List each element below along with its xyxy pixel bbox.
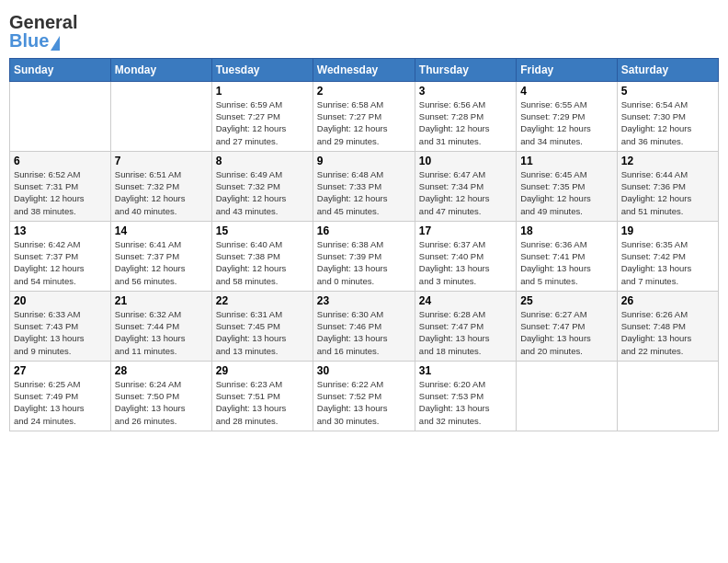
calendar-cell: 9Sunrise: 6:48 AM Sunset: 7:33 PM Daylig… [313,151,415,221]
logo-general: General [9,12,77,32]
day-number: 16 [317,224,411,237]
calendar-cell: 7Sunrise: 6:51 AM Sunset: 7:32 PM Daylig… [110,151,211,221]
day-header-tuesday: Tuesday [211,58,313,81]
calendar-cell: 16Sunrise: 6:38 AM Sunset: 7:39 PM Dayli… [313,221,415,291]
day-info: Sunrise: 6:40 AM Sunset: 7:38 PM Dayligh… [216,238,309,287]
day-number: 26 [621,294,714,307]
day-number: 8 [216,155,309,167]
day-number: 18 [520,224,612,237]
calendar-cell [10,81,111,151]
day-info: Sunrise: 6:30 AM Sunset: 7:46 PM Dayligh… [317,308,411,357]
day-number: 25 [520,294,612,307]
day-info: Sunrise: 6:26 AM Sunset: 7:48 PM Dayligh… [621,308,714,357]
day-info: Sunrise: 6:59 AM Sunset: 7:27 PM Dayligh… [216,98,309,147]
calendar-cell: 18Sunrise: 6:36 AM Sunset: 7:41 PM Dayli… [517,221,617,291]
logo-blue: Blue [9,30,49,51]
day-number: 5 [621,85,714,98]
calendar-cell [517,361,617,431]
calendar-cell: 2Sunrise: 6:58 AM Sunset: 7:27 PM Daylig… [313,81,415,151]
calendar-cell: 11Sunrise: 6:45 AM Sunset: 7:35 PM Dayli… [517,151,617,221]
calendar-cell: 6Sunrise: 6:52 AM Sunset: 7:31 PM Daylig… [10,151,111,221]
day-number: 27 [14,364,107,377]
calendar-cell: 30Sunrise: 6:22 AM Sunset: 7:52 PM Dayli… [313,361,415,431]
day-info: Sunrise: 6:33 AM Sunset: 7:43 PM Dayligh… [14,308,107,357]
day-info: Sunrise: 6:47 AM Sunset: 7:34 PM Dayligh… [419,168,512,217]
day-number: 29 [216,364,309,377]
day-header-saturday: Saturday [617,58,718,81]
day-number: 14 [115,224,208,237]
day-info: Sunrise: 6:42 AM Sunset: 7:37 PM Dayligh… [14,238,107,287]
calendar-cell: 25Sunrise: 6:27 AM Sunset: 7:47 PM Dayli… [517,291,617,361]
calendar-cell: 4Sunrise: 6:55 AM Sunset: 7:29 PM Daylig… [517,81,617,151]
day-number: 31 [419,364,512,377]
calendar-cell: 19Sunrise: 6:35 AM Sunset: 7:42 PM Dayli… [617,221,718,291]
calendar-cell: 14Sunrise: 6:41 AM Sunset: 7:37 PM Dayli… [110,221,211,291]
day-info: Sunrise: 6:36 AM Sunset: 7:41 PM Dayligh… [520,238,612,287]
calendar-cell [617,361,718,431]
calendar-cell: 17Sunrise: 6:37 AM Sunset: 7:40 PM Dayli… [415,221,516,291]
day-info: Sunrise: 6:25 AM Sunset: 7:49 PM Dayligh… [14,378,107,427]
calendar-cell: 29Sunrise: 6:23 AM Sunset: 7:51 PM Dayli… [211,361,313,431]
calendar-cell: 15Sunrise: 6:40 AM Sunset: 7:38 PM Dayli… [211,221,313,291]
day-number: 11 [520,155,612,167]
calendar-cell: 28Sunrise: 6:24 AM Sunset: 7:50 PM Dayli… [110,361,211,431]
day-number: 15 [216,224,309,237]
calendar-cell: 20Sunrise: 6:33 AM Sunset: 7:43 PM Dayli… [10,291,111,361]
calendar-cell: 21Sunrise: 6:32 AM Sunset: 7:44 PM Dayli… [110,291,211,361]
day-number: 2 [317,85,411,98]
day-info: Sunrise: 6:22 AM Sunset: 7:52 PM Dayligh… [317,378,411,427]
day-number: 17 [419,224,512,237]
day-info: Sunrise: 6:35 AM Sunset: 7:42 PM Dayligh… [621,238,714,287]
day-info: Sunrise: 6:45 AM Sunset: 7:35 PM Dayligh… [520,168,612,217]
day-number: 1 [216,85,309,98]
day-number: 7 [115,155,208,167]
day-info: Sunrise: 6:31 AM Sunset: 7:45 PM Dayligh… [216,308,309,357]
day-header-sunday: Sunday [10,58,111,81]
day-number: 30 [317,364,411,377]
day-header-friday: Friday [517,58,617,81]
logo: General Blue [9,13,77,51]
calendar-cell: 12Sunrise: 6:44 AM Sunset: 7:36 PM Dayli… [617,151,718,221]
day-header-wednesday: Wednesday [313,58,415,81]
day-number: 10 [419,155,512,167]
calendar-cell: 8Sunrise: 6:49 AM Sunset: 7:32 PM Daylig… [211,151,313,221]
day-number: 28 [115,364,208,377]
calendar-cell: 23Sunrise: 6:30 AM Sunset: 7:46 PM Dayli… [313,291,415,361]
day-info: Sunrise: 6:56 AM Sunset: 7:28 PM Dayligh… [419,98,512,147]
day-info: Sunrise: 6:32 AM Sunset: 7:44 PM Dayligh… [115,308,208,357]
header: General Blue [9,9,719,51]
day-number: 23 [317,294,411,307]
day-number: 4 [520,85,612,98]
day-info: Sunrise: 6:54 AM Sunset: 7:30 PM Dayligh… [621,98,714,147]
day-info: Sunrise: 6:27 AM Sunset: 7:47 PM Dayligh… [520,308,612,357]
calendar-cell: 5Sunrise: 6:54 AM Sunset: 7:30 PM Daylig… [617,81,718,151]
day-info: Sunrise: 6:37 AM Sunset: 7:40 PM Dayligh… [419,238,512,287]
day-number: 6 [14,155,107,167]
day-number: 9 [317,155,411,167]
day-header-monday: Monday [110,58,211,81]
day-info: Sunrise: 6:38 AM Sunset: 7:39 PM Dayligh… [317,238,411,287]
day-number: 20 [14,294,107,307]
day-info: Sunrise: 6:20 AM Sunset: 7:53 PM Dayligh… [419,378,512,427]
calendar-cell: 1Sunrise: 6:59 AM Sunset: 7:27 PM Daylig… [211,81,313,151]
day-info: Sunrise: 6:28 AM Sunset: 7:47 PM Dayligh… [419,308,512,357]
calendar-cell: 10Sunrise: 6:47 AM Sunset: 7:34 PM Dayli… [415,151,516,221]
calendar-cell: 27Sunrise: 6:25 AM Sunset: 7:49 PM Dayli… [10,361,111,431]
day-number: 3 [419,85,512,98]
day-number: 12 [621,155,714,167]
calendar-cell: 26Sunrise: 6:26 AM Sunset: 7:48 PM Dayli… [617,291,718,361]
page: General Blue SundayMondayTuesdayWednesda… [0,0,728,563]
day-info: Sunrise: 6:48 AM Sunset: 7:33 PM Dayligh… [317,168,411,217]
day-info: Sunrise: 6:44 AM Sunset: 7:36 PM Dayligh… [621,168,714,217]
calendar-cell: 24Sunrise: 6:28 AM Sunset: 7:47 PM Dayli… [415,291,516,361]
day-header-thursday: Thursday [415,58,516,81]
day-info: Sunrise: 6:49 AM Sunset: 7:32 PM Dayligh… [216,168,309,217]
calendar-table: SundayMondayTuesdayWednesdayThursdayFrid… [9,58,719,431]
calendar-cell: 13Sunrise: 6:42 AM Sunset: 7:37 PM Dayli… [10,221,111,291]
calendar-cell: 31Sunrise: 6:20 AM Sunset: 7:53 PM Dayli… [415,361,516,431]
day-number: 21 [115,294,208,307]
day-info: Sunrise: 6:55 AM Sunset: 7:29 PM Dayligh… [520,98,612,147]
calendar-cell [110,81,211,151]
day-info: Sunrise: 6:24 AM Sunset: 7:50 PM Dayligh… [115,378,208,427]
calendar-cell: 22Sunrise: 6:31 AM Sunset: 7:45 PM Dayli… [211,291,313,361]
